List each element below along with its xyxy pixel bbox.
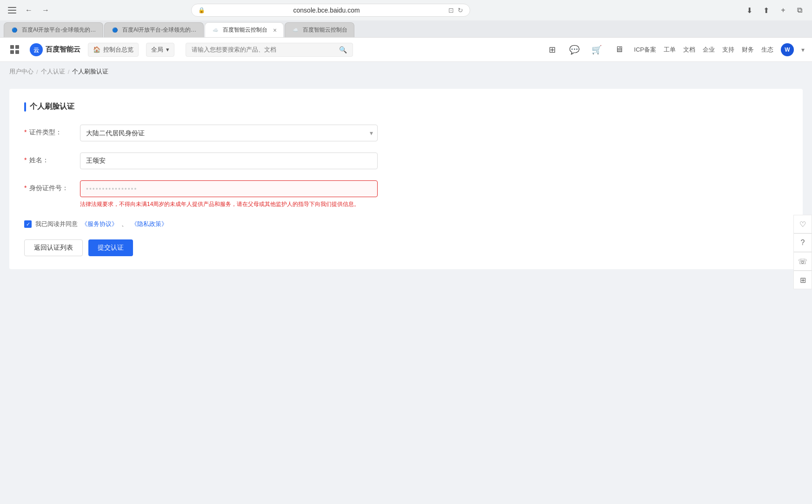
nav-control-label: 控制台总览: [103, 46, 133, 54]
cancel-button[interactable]: 返回认证列表: [24, 239, 83, 256]
cert-type-select-wrapper: 大陆二代居民身份证 港澳通行证 台湾居民来往大陆通行证 ▾: [80, 125, 378, 141]
search-input[interactable]: [192, 46, 335, 53]
agreement-checkbox[interactable]: [24, 220, 32, 228]
tab-favicon-4: ☁️: [292, 27, 299, 34]
user-menu-chevron-icon[interactable]: ▾: [801, 46, 805, 53]
cert-type-row: * 证件类型： 大陆二代居民身份证 港澳通行证 台湾居民来往大陆通行证 ▾: [24, 125, 788, 141]
header-nav-links: ICP备案 工单 文档 企业 支持 财务 生态: [634, 46, 773, 54]
nav-support[interactable]: 支持: [722, 46, 734, 54]
submit-button[interactable]: 提交认证: [88, 239, 133, 256]
browser-chrome: ← → 🔒 console.bce.baidu.com ⊡ ↻ ⬇ ⬆ + ⧉ …: [0, 0, 812, 38]
title-bar-accent: [24, 102, 26, 112]
tabs-btn[interactable]: ⧉: [793, 4, 806, 17]
browser-tab-4[interactable]: ☁️ 百度智能云控制台: [285, 22, 354, 37]
tab-label-3: 百度智能云控制台: [223, 26, 267, 34]
tab-favicon-2: 🔵: [111, 27, 119, 34]
browser-controls: ← →: [6, 4, 52, 17]
browser-tabs: 🔵 百度AI开放平台-全球领先的人工智能服务平台 🔵 百度AI开放平台-全球领先…: [0, 20, 812, 37]
svg-rect-4: [15, 45, 19, 49]
cart-btn[interactable]: 🛒: [589, 42, 604, 57]
nav-icp[interactable]: ICP备案: [634, 46, 656, 54]
breadcrumb-current: 个人刷脸认证: [72, 67, 108, 76]
svg-rect-0: [8, 7, 16, 8]
form-title: 个人刷脸认证: [24, 102, 788, 112]
monitor-btn[interactable]: 🖥: [612, 42, 626, 57]
sidebar-toggle-btn[interactable]: [6, 4, 19, 17]
download-btn[interactable]: ⬇: [743, 4, 756, 17]
breadcrumb-sep-2: /: [68, 68, 70, 75]
qrcode-float-btn[interactable]: ⊞: [793, 271, 812, 277]
logo-svg: 云: [30, 43, 43, 56]
nav-finance[interactable]: 财务: [742, 46, 754, 54]
browser-tab-3[interactable]: ☁️ 百度智能云控制台 ×: [205, 22, 284, 37]
url-text: console.bce.baidu.com: [209, 7, 445, 14]
svg-rect-2: [8, 13, 16, 13]
service-agreement-link[interactable]: 《服务协议》: [81, 220, 118, 228]
lock-icon: 🔒: [198, 7, 205, 13]
browser-tab-1[interactable]: 🔵 百度AI开放平台-全球领先的人工智能服务平台: [4, 22, 103, 37]
refresh-icon[interactable]: ↻: [458, 7, 463, 14]
home-icon: 🏠: [93, 46, 100, 53]
console-overview-btn[interactable]: 🏠 控制台总览: [88, 43, 139, 57]
id-number-field: 法律法规要求，不得向未满14周岁的未成年人提供产品和服务，请在父母或其他监护人的…: [80, 180, 378, 209]
browser-tab-2[interactable]: 🔵 百度AI开放平台-全球领先的人工智能服务平台: [104, 22, 204, 37]
new-tab-btn[interactable]: +: [777, 4, 790, 17]
required-star-1: *: [24, 128, 27, 136]
qr-code-btn[interactable]: ⊞: [545, 42, 559, 57]
cert-type-field: 大陆二代居民身份证 港澳通行证 台湾居民来往大陆通行证 ▾: [80, 125, 378, 141]
id-number-row: * 身份证件号： 法律法规要求，不得向未满14周岁的未成年人提供产品和服务，请在…: [24, 180, 788, 209]
help-float-btn[interactable]: ?: [793, 233, 812, 252]
scope-selector[interactable]: 全局 ▾: [146, 43, 174, 57]
header-icons: ⊞ 💬 🛒 🖥: [545, 42, 626, 57]
agreement-row: 我已阅读并同意 《服务协议》 、 《隐私政策》: [24, 220, 788, 228]
name-input[interactable]: [80, 153, 378, 169]
nav-enterprise[interactable]: 企业: [703, 46, 715, 54]
svg-rect-3: [10, 45, 14, 49]
nav-ticket[interactable]: 工单: [664, 46, 676, 54]
help-icon: ?: [801, 239, 805, 247]
browser-actions: ⬇ ⬆ + ⧉: [743, 4, 806, 17]
cert-type-select[interactable]: 大陆二代居民身份证 港澳通行证 台湾居民来往大陆通行证: [80, 125, 378, 141]
name-field: [80, 153, 378, 169]
user-initial: W: [785, 46, 790, 53]
name-row: * 姓名：: [24, 153, 788, 169]
user-avatar[interactable]: W: [781, 43, 794, 56]
message-btn[interactable]: 💬: [567, 42, 582, 57]
share-btn[interactable]: ⬆: [760, 4, 773, 17]
browser-toolbar: ← → 🔒 console.bce.baidu.com ⊡ ↻ ⬇ ⬆ + ⧉: [0, 0, 812, 20]
form-card: 个人刷脸认证 * 证件类型： 大陆二代居民身份证 港澳通行证 台湾居民来往大陆通…: [9, 89, 803, 269]
cast-icon: ⊡: [448, 7, 454, 14]
agreement-separator: 、: [121, 220, 127, 228]
grid-menu-btn[interactable]: [7, 42, 22, 57]
nav-ecosystem[interactable]: 生态: [761, 46, 773, 54]
app-header: 云 百度智能云 🏠 控制台总览 全局 ▾ 🔍 ⊞ 💬 🛒 🖥 ICP备案 工单 …: [0, 38, 812, 62]
scope-chevron-icon: ▾: [166, 46, 169, 53]
side-float-panel: ♡ ? ☏ ⊞: [793, 215, 812, 277]
app-logo: 云 百度智能云: [30, 43, 80, 56]
phone-icon: ☏: [798, 257, 807, 266]
svg-rect-6: [15, 50, 19, 54]
phone-float-btn[interactable]: ☏: [793, 252, 812, 271]
required-star-3: *: [24, 184, 27, 192]
tab-label-1: 百度AI开放平台-全球领先的人工智能服务平台: [22, 26, 96, 34]
breadcrumb-user-center[interactable]: 用户中心: [9, 67, 33, 76]
tab-close-3[interactable]: ×: [273, 27, 277, 34]
favorite-float-btn[interactable]: ♡: [793, 215, 812, 233]
scope-label: 全局: [151, 46, 163, 54]
agreement-text: 我已阅读并同意 《服务协议》 、 《隐私政策》: [35, 220, 167, 228]
tab-favicon-1: 🔵: [11, 27, 18, 34]
name-label: * 姓名：: [24, 153, 80, 165]
back-btn[interactable]: ←: [22, 4, 35, 17]
logo-text: 百度智能云: [46, 45, 80, 54]
svg-rect-1: [8, 10, 16, 11]
tab-favicon-3: ☁️: [212, 27, 219, 34]
id-number-input[interactable]: [80, 180, 378, 197]
main-content: 个人刷脸认证 * 证件类型： 大陆二代居民身份证 港澳通行证 台湾居民来往大陆通…: [0, 81, 812, 277]
form-title-text: 个人刷脸认证: [30, 102, 74, 112]
nav-docs[interactable]: 文档: [683, 46, 695, 54]
forward-btn[interactable]: →: [39, 4, 52, 17]
address-bar[interactable]: 🔒 console.bce.baidu.com ⊡ ↻: [191, 4, 470, 17]
privacy-policy-link[interactable]: 《隐私政策》: [131, 220, 167, 228]
breadcrumb-personal-auth[interactable]: 个人认证: [41, 67, 65, 76]
search-bar[interactable]: 🔍: [186, 43, 353, 57]
